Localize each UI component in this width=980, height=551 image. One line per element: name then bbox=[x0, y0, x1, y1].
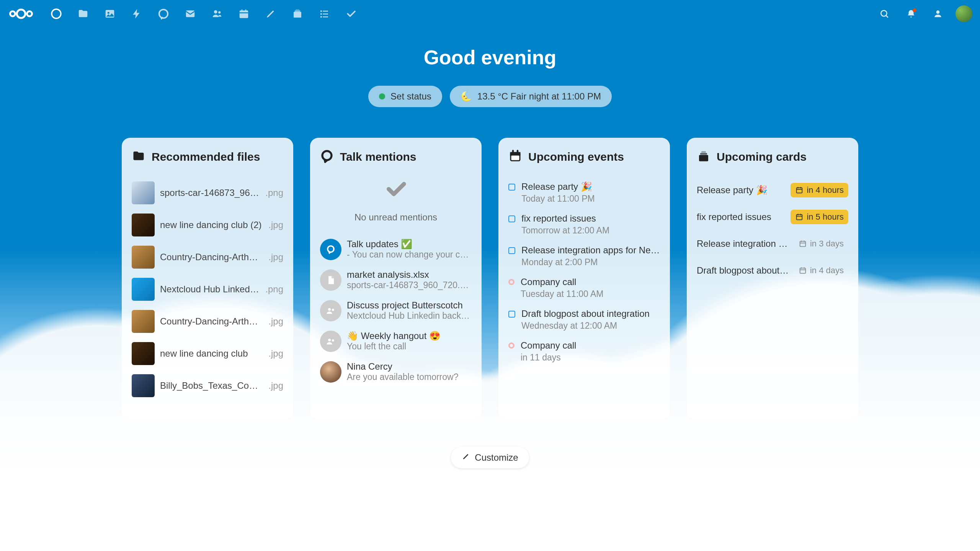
nav-deck[interactable] bbox=[286, 3, 309, 25]
file-name: new line dancing club bbox=[160, 348, 263, 359]
svg-point-28 bbox=[328, 246, 334, 252]
mention-row[interactable]: Talk updates ✅ - You can now change your… bbox=[320, 234, 472, 265]
event-time: in 11 days bbox=[521, 352, 660, 363]
check-icon bbox=[384, 177, 408, 201]
nav-calendar[interactable] bbox=[233, 3, 255, 25]
event-time: Monday at 2:00 PM bbox=[521, 257, 660, 267]
event-row[interactable]: Company call in 11 days bbox=[508, 336, 660, 367]
svg-rect-42 bbox=[797, 188, 802, 193]
file-name: sports-car-146873_960_7… bbox=[160, 187, 260, 198]
file-thumb bbox=[132, 214, 155, 236]
event-marker-icon bbox=[508, 279, 514, 285]
mention-row[interactable]: Nina Cercy Are you available tomorrow? bbox=[320, 357, 472, 387]
due-text: in 5 hours bbox=[807, 212, 844, 222]
nav-lists[interactable] bbox=[313, 3, 335, 25]
widget-talk-mentions: Talk mentions No unread mentions Talk up… bbox=[310, 138, 482, 419]
mention-subtitle: Are you available tomorrow? bbox=[347, 372, 472, 382]
talk-icon bbox=[320, 149, 334, 165]
widget-upcoming-cards: Upcoming cards Release party 🎉 in 4 hour… bbox=[687, 138, 858, 419]
set-status-button[interactable]: Set status bbox=[368, 86, 442, 107]
event-marker-icon bbox=[508, 311, 515, 318]
svg-rect-39 bbox=[699, 155, 708, 161]
mention-subtitle: - You can now change your camer… bbox=[347, 249, 472, 260]
mention-row[interactable]: 👋 Weekly hangout 😍 You left the call bbox=[320, 326, 472, 357]
nextcloud-logo[interactable] bbox=[8, 7, 34, 21]
nav-dashboard[interactable] bbox=[45, 3, 67, 25]
card-row[interactable]: Release integration apps for… in 3 days bbox=[697, 230, 848, 257]
file-row[interactable]: Billy_Bobs_Texas_Countr… .jpg bbox=[132, 370, 283, 402]
event-title: Company call bbox=[521, 340, 660, 351]
due-badge: in 4 days bbox=[794, 263, 848, 278]
nav-talk[interactable] bbox=[152, 3, 175, 25]
event-time: Today at 11:00 PM bbox=[521, 194, 660, 204]
mention-subtitle: Nextcloud Hub Linkedin backgrou… bbox=[347, 311, 472, 321]
nav-photos[interactable] bbox=[99, 3, 121, 25]
user-avatar[interactable] bbox=[956, 5, 972, 22]
svg-rect-50 bbox=[800, 241, 806, 247]
nav-mail[interactable] bbox=[179, 3, 201, 25]
nav-tasks[interactable] bbox=[340, 3, 362, 25]
event-marker-icon bbox=[508, 247, 515, 254]
calendar-small-icon bbox=[799, 266, 807, 275]
file-row[interactable]: new line dancing club .jpg bbox=[132, 337, 283, 370]
event-row[interactable]: Company call Tuesday at 11:00 AM bbox=[508, 272, 660, 304]
mention-avatar bbox=[320, 239, 341, 260]
widget-title: Upcoming events bbox=[528, 150, 624, 163]
status-dot-icon bbox=[379, 93, 385, 99]
event-row[interactable]: Release integration apps for Nextclou… M… bbox=[508, 240, 660, 272]
svg-point-26 bbox=[936, 10, 940, 14]
card-row[interactable]: fix reported issues in 5 hours bbox=[697, 204, 848, 230]
svg-point-30 bbox=[332, 309, 334, 311]
event-row[interactable]: Draft blogpost about integration Wednesd… bbox=[508, 304, 660, 336]
file-row[interactable]: Country-Dancing-Arthur_… .jpg bbox=[132, 305, 283, 337]
mention-avatar bbox=[320, 361, 341, 383]
svg-rect-38 bbox=[511, 156, 519, 160]
card-row[interactable]: Release party 🎉 in 4 hours bbox=[697, 177, 848, 204]
file-ext: .jpg bbox=[268, 220, 283, 230]
weather-pill[interactable]: 🌜 13.5 °C Fair night at 11:00 PM bbox=[450, 86, 612, 107]
svg-rect-40 bbox=[700, 153, 707, 155]
card-row[interactable]: Draft blogpost about integra… in 4 days bbox=[697, 257, 848, 284]
widget-recommended-files: Recommended files sports-car-146873_960_… bbox=[122, 138, 293, 419]
search-button[interactable] bbox=[875, 5, 893, 23]
svg-rect-21 bbox=[323, 13, 328, 15]
file-row[interactable]: Nextcloud Hub Linkedin b… .png bbox=[132, 273, 283, 305]
deck-icon bbox=[697, 149, 710, 165]
due-badge: in 5 hours bbox=[791, 210, 848, 224]
file-name: Country-Dancing-Arthur_… bbox=[160, 252, 263, 262]
nav-files[interactable] bbox=[72, 3, 94, 25]
event-title: Release integration apps for Nextclou… bbox=[521, 245, 660, 256]
mention-row[interactable]: Discuss project Butterscotch Nextcloud H… bbox=[320, 295, 472, 326]
pencil-icon bbox=[462, 452, 470, 463]
customize-button[interactable]: Customize bbox=[451, 447, 529, 468]
widget-grid: Recommended files sports-car-146873_960_… bbox=[0, 138, 980, 419]
due-text: in 4 hours bbox=[807, 185, 844, 195]
svg-point-9 bbox=[218, 11, 220, 13]
mention-row[interactable]: market analysis.xlsx sports-car-146873_9… bbox=[320, 265, 472, 295]
card-title: Release party 🎉 bbox=[697, 185, 786, 196]
svg-point-32 bbox=[332, 339, 334, 342]
app-nav bbox=[45, 3, 362, 25]
file-row[interactable]: sports-car-146873_960_7… .png bbox=[132, 177, 283, 209]
file-ext: .jpg bbox=[268, 252, 283, 262]
event-row[interactable]: Release party 🎉 Today at 11:00 PM bbox=[508, 177, 660, 209]
svg-rect-15 bbox=[294, 12, 301, 18]
svg-rect-17 bbox=[296, 9, 299, 10]
file-name: Nextcloud Hub Linkedin b… bbox=[160, 284, 260, 295]
svg-rect-22 bbox=[320, 16, 322, 18]
file-row[interactable]: Country-Dancing-Arthur_… .jpg bbox=[132, 241, 283, 273]
file-name: new line dancing club (2) bbox=[160, 220, 263, 230]
nav-activity[interactable] bbox=[126, 3, 148, 25]
notifications-button[interactable] bbox=[902, 5, 920, 23]
mention-title: Talk updates ✅ bbox=[347, 239, 472, 249]
nav-contacts[interactable] bbox=[206, 3, 228, 25]
contacts-menu-button[interactable] bbox=[929, 5, 947, 23]
nav-notes[interactable] bbox=[260, 3, 282, 25]
customize-label: Customize bbox=[475, 452, 518, 463]
event-row[interactable]: fix reported issues Tomorrow at 12:00 AM bbox=[508, 209, 660, 240]
empty-mentions-state: No unread mentions bbox=[320, 177, 472, 223]
svg-point-27 bbox=[322, 151, 332, 160]
file-row[interactable]: new line dancing club (2) .jpg bbox=[132, 209, 283, 241]
svg-rect-19 bbox=[323, 11, 328, 12]
file-thumb bbox=[132, 342, 155, 365]
